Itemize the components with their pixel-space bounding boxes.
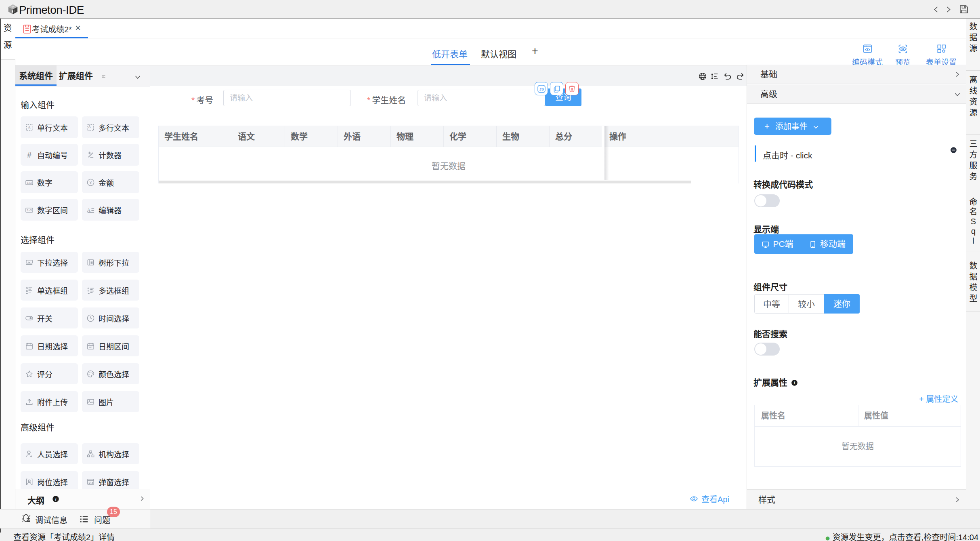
svg-text:JS: JS — [539, 87, 544, 91]
